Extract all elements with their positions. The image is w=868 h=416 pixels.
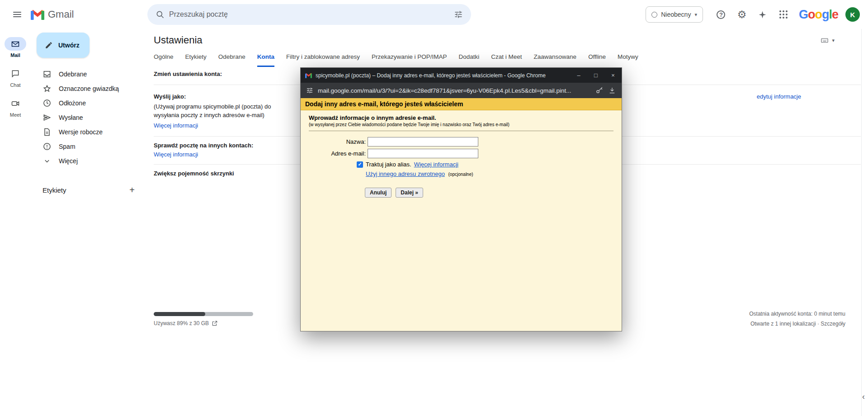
labels-title: Etykiety [42, 186, 66, 194]
rail-label-meet: Meet [10, 112, 21, 118]
collapse-panel-icon[interactable]: ‹ [862, 392, 865, 402]
download-icon[interactable] [608, 86, 616, 95]
google-apps-button[interactable] [774, 5, 793, 24]
gmail-m-icon [31, 9, 44, 20]
sidebar-item-wersje-robocze[interactable]: Wersje robocze [31, 125, 147, 139]
treat-as-alias-label: Traktuj jako alias. [366, 161, 411, 168]
email-field[interactable] [368, 149, 478, 158]
tab-przekazywanie[interactable]: Przekazywanie i POP/IMAP [372, 53, 447, 67]
sidebar-item-odebrane[interactable]: Odebrane [31, 67, 147, 81]
edit-info-link[interactable]: edytuj informacje [757, 93, 801, 100]
rail-item-chat[interactable]: Chat [5, 67, 26, 88]
send-as-more-info-link[interactable]: Więcej informacji [154, 122, 198, 129]
gmail-settings-screen: Gmail Nieobecny ▾ ? ⚙ [0, 0, 868, 416]
chevron-down-icon [42, 156, 52, 165]
sidebar-item-wyslane[interactable]: Wysłane [31, 110, 147, 125]
quota-usage-text: Używasz 89% z 30 GB [154, 320, 209, 326]
cancel-button[interactable]: Anuluj [365, 188, 392, 198]
chevron-down-icon: ▾ [832, 38, 835, 43]
treat-as-alias-checkbox[interactable]: ✓ [357, 161, 363, 168]
popup-address-bar: mail.google.com/mail/u/3/?ui=2&ik=c28edf… [301, 83, 622, 98]
reply-to-address-link[interactable]: Użyj innego adresu zwrotnego [366, 170, 445, 177]
status-selector[interactable]: Nieobecny ▾ [646, 6, 703, 23]
sidebar-nav: Odebrane Oznaczone gwiazdką Odłożone Wys… [31, 67, 147, 168]
account-avatar[interactable]: K [845, 7, 860, 22]
popup-content: Dodaj inny adres e-mail, którego jesteś … [301, 98, 622, 331]
settings-gear-button[interactable]: ⚙ [733, 5, 751, 24]
pencil-icon [45, 41, 53, 49]
sidebar-item-wiecej[interactable]: Więcej [31, 154, 147, 168]
close-icon[interactable]: × [604, 68, 622, 83]
name-label: Nazwa: [309, 138, 366, 145]
storage-quota: Używasz 89% z 30 GB [154, 312, 253, 326]
tab-etykiety[interactable]: Etykiety [185, 53, 207, 67]
minimize-icon[interactable]: – [570, 68, 587, 83]
side-panel-edge: ‹ [861, 29, 868, 416]
search-input[interactable] [169, 10, 449, 19]
activity-line-1: Ostatnia aktywność konta: 0 minut temu [749, 309, 845, 319]
divider [309, 131, 613, 131]
spam-icon [42, 142, 52, 151]
popup-titlebar[interactable]: spicymobile.pl (poczta) – Dodaj inny adr… [301, 68, 622, 83]
input-tools-selector[interactable]: ▾ [819, 37, 835, 44]
gmail-wordmark: Gmail [48, 9, 74, 20]
help-button[interactable]: ? [712, 5, 730, 24]
sidebar-item-odlozone[interactable]: Odłożone [31, 96, 147, 110]
create-label-button[interactable]: + [126, 184, 138, 196]
sidebar-item-spam[interactable]: Spam [31, 139, 147, 154]
sidebar-item-oznaczone-gwiazdka[interactable]: Oznaczone gwiazdką [31, 81, 147, 96]
rail-item-meet[interactable]: Meet [5, 97, 26, 118]
increase-quota-label: Zwiększ pojemność skrzynki [154, 170, 234, 177]
email-label: Adres e-mail: [309, 150, 366, 157]
hamburger-menu-button[interactable] [6, 4, 28, 25]
search-icon[interactable] [151, 5, 169, 24]
quota-bar-fill [154, 312, 205, 316]
tab-odebrane[interactable]: Odebrane [218, 53, 245, 67]
change-account-settings-label: Zmień ustawienia konta: [154, 71, 222, 77]
external-link-icon[interactable] [212, 320, 218, 326]
page-title: Ustawienia [154, 34, 203, 46]
alias-more-info-link[interactable]: Więcej informacji [414, 161, 458, 168]
send-icon [42, 113, 52, 122]
sparkle-icon [758, 10, 767, 19]
next-button[interactable]: Dalej » [396, 188, 423, 198]
status-away-icon [651, 12, 657, 18]
check-mail-more-info-link[interactable]: Więcej informacji [154, 151, 198, 158]
clock-icon [42, 99, 52, 108]
gmail-logo[interactable]: Gmail [31, 9, 80, 20]
activity-line-2[interactable]: Otwarte z 1 innej lokalizacji · Szczegół… [749, 319, 845, 329]
gmail-favicon [305, 73, 312, 78]
tab-offline[interactable]: Offline [588, 53, 606, 67]
gemini-button[interactable] [754, 5, 772, 24]
tab-ogolne[interactable]: Ogólne [154, 53, 174, 67]
apps-grid-icon [779, 10, 788, 19]
tab-konta[interactable]: Konta [257, 53, 274, 67]
quota-bar [154, 312, 253, 316]
password-key-icon[interactable] [595, 86, 604, 95]
site-settings-icon[interactable] [306, 87, 313, 94]
topbar: Gmail Nieobecny ▾ ? ⚙ [0, 0, 868, 29]
draft-icon [42, 128, 52, 137]
rail-item-mail[interactable]: Mail [5, 37, 26, 58]
mail-icon [5, 37, 26, 51]
maximize-icon[interactable]: □ [587, 68, 604, 83]
mail-sidebar: Utwórz Odebrane Oznaczone gwiazdką Odłoż… [31, 29, 147, 416]
tab-zaawansowane[interactable]: Zaawansowane [534, 53, 577, 67]
name-field[interactable] [368, 137, 478, 147]
compose-button[interactable]: Utwórz [37, 33, 90, 58]
tab-czat-i-meet[interactable]: Czat i Meet [491, 53, 522, 67]
tab-filtry[interactable]: Filtry i zablokowane adresy [286, 53, 360, 67]
tab-dodatki[interactable]: Dodatki [459, 53, 480, 67]
help-icon: ? [717, 10, 725, 19]
search-filter-icon[interactable] [449, 5, 467, 24]
meet-icon [5, 97, 26, 110]
google-logo: Google [799, 8, 838, 22]
popup-url[interactable]: mail.google.com/mail/u/3/?ui=2&ik=c28edf… [318, 87, 591, 94]
optional-note: (opcjonalne) [448, 172, 473, 177]
popup-window-title: spicymobile.pl (poczta) – Dodaj inny adr… [316, 72, 570, 79]
star-icon [42, 84, 52, 93]
popup-dialog-title: Dodaj inny adres e-mail, którego jesteś … [301, 98, 622, 110]
tab-motywy[interactable]: Motywy [618, 53, 638, 67]
labels-section-header: Etykiety + [31, 184, 147, 196]
chat-icon [5, 67, 26, 80]
